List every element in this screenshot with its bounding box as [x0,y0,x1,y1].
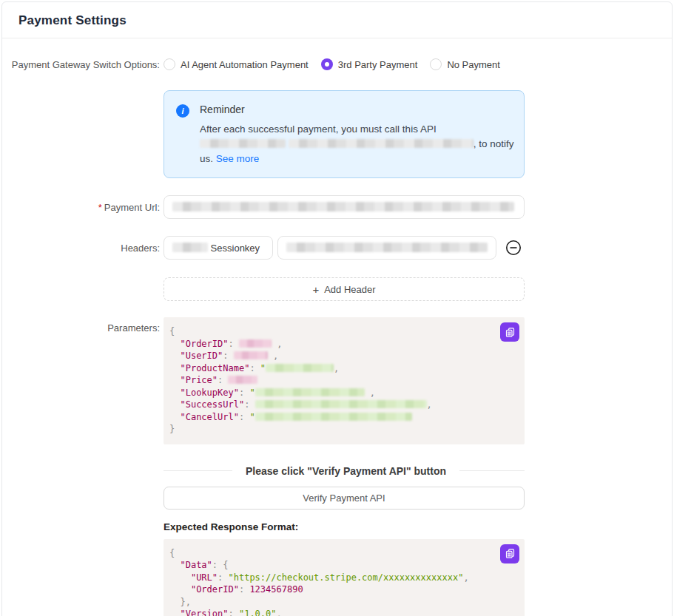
text-line: } [169,423,516,436]
radio-unselected-icon[interactable] [164,58,175,70]
text-segment [169,609,180,616]
see-more-link[interactable]: See more [216,153,260,164]
payment-settings-panel: Payment Settings Payment Gateway Switch … [1,1,673,616]
gateway-switch-label: Payment Gateway Switch Options: [2,59,164,70]
copy-button[interactable] [500,322,519,342]
redacted-value [255,400,427,408]
radio-option-ai-agent-automation-payment[interactable]: AI Agent Automation Payment [164,58,309,70]
radio-option-label: AI Agent Automation Payment [181,59,309,70]
text-segment: "OrderID" [191,584,239,595]
text-segment: : [244,399,255,410]
text-segment: } [169,424,175,434]
divider-text: Please click "Verify Payment API" button [232,465,459,477]
redacted-value [200,139,286,148]
text-line: "Data": { [169,559,516,572]
text-segment: "Price" [180,375,218,385]
text-segment [169,597,180,607]
text-segment: : [223,351,233,361]
copy-button[interactable] [500,544,519,563]
text-line: "OrderID": , [169,338,516,351]
text-segment: : [239,412,249,422]
text-segment: "ProductName" [180,363,249,373]
radio-selected-icon[interactable] [321,58,333,70]
radio-unselected-icon[interactable] [430,58,442,70]
text-line: After each successful payment, you must … [200,122,514,137]
verify-payment-api-button[interactable]: Verify Payment API [164,487,525,510]
divider-line [164,470,232,471]
text-segment [169,572,191,583]
text-segment: : [249,363,260,373]
redacted-value [255,388,365,396]
expected-response-label-row: Expected Response Format: [2,521,672,532]
text-segment: : [239,584,249,595]
radio-option-no-payment[interactable]: No Payment [430,58,500,70]
header-key-input[interactable]: Sessionkey [164,236,273,260]
minus-circle-icon [505,240,522,256]
text-line: { [169,547,516,560]
plus-icon: + [312,283,319,296]
text-segment [169,412,180,422]
text-line: }, [169,596,516,609]
text-segment: "LookupKey" [180,387,238,398]
text-segment: { [169,326,175,336]
text-segment: "CancelUrl" [180,412,238,422]
text-line: us. See more [200,152,514,166]
text-segment: " [249,412,255,422]
add-header-button[interactable]: + Add Header [164,277,525,301]
text-line: "SuccessUrl": , [169,399,516,411]
text-segment: "OrderID" [180,339,228,349]
copy-icon [505,548,516,559]
text-segment: After each successful payment, you must … [200,123,437,135]
text-segment: , [277,609,282,616]
text-segment: "Data" [180,560,212,570]
text-segment: : [239,387,249,398]
text-segment: "UserID" [180,351,223,361]
text-line: "UserID": , [169,350,516,362]
text-line: { [169,325,516,338]
text-line: "Version": "1.0.0", [169,608,516,616]
reminder-title: Reminder [200,104,514,115]
payment-url-input[interactable] [164,195,525,219]
text-segment: , [365,387,375,398]
header-value-input[interactable] [277,236,496,260]
gateway-switch-row: Payment Gateway Switch Options: AI Agent… [2,58,672,70]
text-segment: , [272,339,282,349]
payment-url-row: *Payment Url: [2,195,672,219]
text-segment: "URL" [191,572,218,583]
text-segment: : [228,609,238,616]
text-segment: " [249,387,255,398]
text-segment [169,584,191,595]
required-mark: * [98,202,102,213]
verify-button-row: Verify Payment API [2,487,672,510]
payment-url-label: *Payment Url: [2,202,164,213]
parameters-code-block: { "OrderID": , "UserID": , "ProductName"… [164,317,525,444]
radio-option-3rd-party-payment[interactable]: 3rd Party Payment [321,58,418,70]
add-header-row: + Add Header [2,277,672,301]
text-segment: { [223,560,228,570]
remove-header-button[interactable] [505,240,522,256]
redacted-value [234,351,268,359]
add-header-label: Add Header [324,284,375,295]
redacted-value [172,243,208,252]
expected-response-row: { "Data": { "URL": "https://checkout.str… [2,539,672,616]
text-line: "ProductName": ", [169,362,516,375]
text-line: "OrderID": 1234567890 [169,583,516,596]
redacted-value [289,139,474,148]
expected-response-label: Expected Response Format: [164,521,525,532]
redacted-value [286,243,488,252]
header-key-text: Sessionkey [208,243,260,254]
copy-icon [505,327,516,338]
parameters-code: { "OrderID": , "UserID": , "ProductName"… [169,325,516,436]
text-segment: : [218,375,228,385]
redacted-value [239,339,272,348]
text-segment: : [218,572,228,583]
text-segment [169,387,180,398]
expected-response-code-block: { "Data": { "URL": "https://checkout.str… [164,539,525,616]
parameters-label: Parameters: [2,317,164,334]
text-segment: { [169,548,175,558]
radio-option-label: No Payment [447,59,500,70]
payment-settings-form: Payment Gateway Switch Options: AI Agent… [2,38,672,616]
text-segment [169,375,180,385]
expected-response-code: { "Data": { "URL": "https://checkout.str… [169,547,516,616]
page-title: Payment Settings [18,13,656,28]
